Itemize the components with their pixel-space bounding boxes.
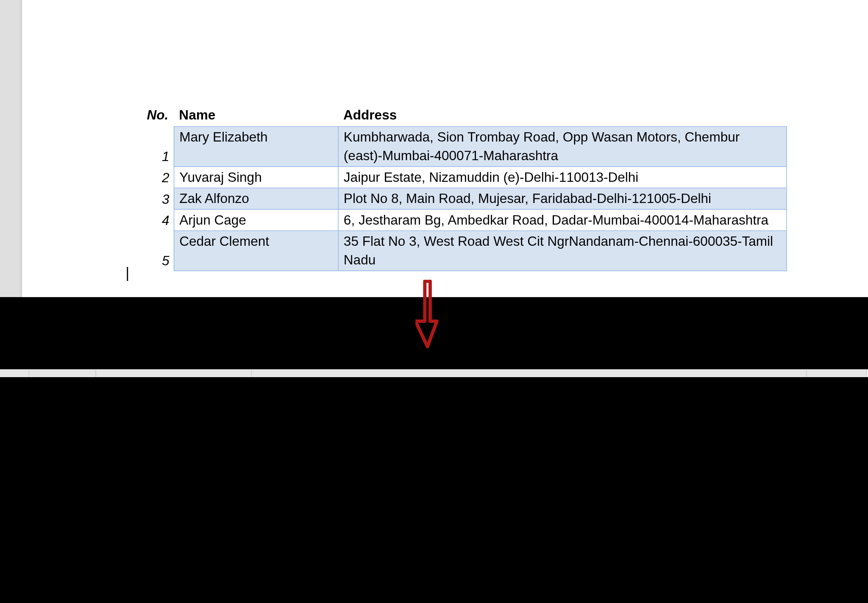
table-row: 2 Yuvaraj Singh Jaipur Estate, Nizamuddi… [125, 167, 786, 188]
cell-addr: 35 Flat No 3, West Road West Cit NgrNand… [338, 231, 786, 271]
word-header-no: No. [125, 106, 173, 127]
cell-addr: 6, Jestharam Bg, Ambedkar Road, Dadar-Mu… [338, 209, 786, 231]
cell-no: 3 [125, 188, 173, 209]
select-all-triangle[interactable] [0, 370, 29, 377]
cell-name: Mary Elizabeth [174, 127, 338, 167]
col-header-B[interactable]: B [96, 370, 252, 377]
word-page: No. Name Address 1 Mary Elizabeth Kumbha… [21, 0, 868, 297]
table-row: 5 Cedar Clement 35 Flat No 3, West Road … [125, 231, 786, 271]
cell-no: 4 [125, 209, 173, 231]
cell-no: 2 [125, 167, 173, 188]
cell-no: 1 [125, 127, 173, 167]
cell-addr: Plot No 8, Main Road, Mujesar, Faridabad… [338, 188, 786, 209]
col-header-A[interactable]: A [29, 370, 96, 377]
cell-name: Yuvaraj Singh [174, 167, 338, 188]
col-header-D[interactable]: D [807, 370, 867, 377]
word-document-panel: No. Name Address 1 Mary Elizabeth Kumbha… [0, 0, 868, 297]
table-row: 4 Arjun Cage 6, Jestharam Bg, Ambedkar R… [125, 209, 786, 231]
cell-addr: Kumbharwada, Sion Trombay Road, Opp Wasa… [338, 127, 786, 167]
cell-name: Cedar Clement [174, 231, 338, 271]
word-header-name: Name [174, 106, 338, 127]
table-row: 3 Zak Alfonzo Plot No 8, Main Road, Muje… [125, 188, 786, 209]
cell-no: 5 [125, 231, 173, 271]
word-header-address: Address [338, 106, 786, 127]
table-row: 1 Mary Elizabeth Kumbharwada, Sion Tromb… [125, 127, 786, 167]
col-header-C[interactable]: C [252, 370, 807, 377]
down-arrow-icon [415, 280, 440, 349]
excel-panel: A B C D 1 2 3 4 5 6 7 8 9 No. Name [0, 370, 868, 377]
cell-name: Arjun Cage [174, 209, 338, 231]
separator-band [0, 297, 868, 369]
cell-addr: Jaipur Estate, Nizamuddin (e)-Delhi-1100… [338, 167, 786, 188]
text-cursor: | [125, 264, 129, 282]
column-headers: A B C D [29, 370, 868, 377]
cell-name: Zak Alfonzo [174, 188, 338, 209]
word-table: No. Name Address 1 Mary Elizabeth Kumbha… [125, 106, 787, 271]
